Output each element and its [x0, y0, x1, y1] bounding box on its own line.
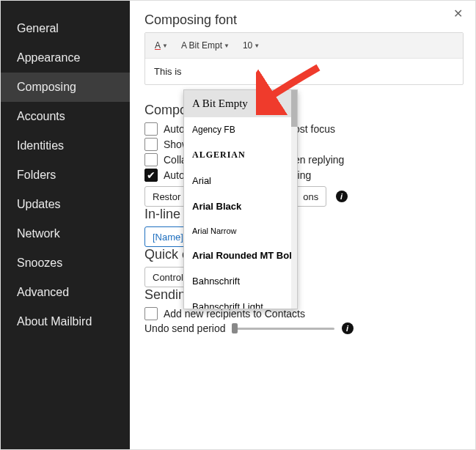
sidebar-item-folders[interactable]: Folders — [1, 161, 130, 190]
sidebar-item-appearance[interactable]: Appearance — [1, 43, 130, 73]
option-label: Auto — [164, 123, 185, 135]
sidebar-item-advanced[interactable]: Advanced — [1, 278, 130, 307]
font-family-dropdown[interactable]: A Bit Empt ▼ — [176, 36, 235, 55]
option-label-tail: lost focus — [292, 123, 335, 135]
font-size-selected: 10 — [243, 40, 252, 51]
font-toolbar: A ▼ A Bit Empt ▼ 10 ▼ — [145, 33, 463, 59]
sidebar-item-about[interactable]: About Mailbird — [1, 307, 130, 336]
option-label-tail: en replying — [294, 154, 345, 166]
caret-icon: ▼ — [254, 43, 260, 49]
font-preview-text: This is — [145, 59, 463, 84]
option-label: Add new recipients to Contacts — [164, 308, 305, 320]
info-icon[interactable]: i — [336, 191, 348, 202]
settings-sidebar: General Appearance Composing Accounts Id… — [1, 1, 130, 449]
font-option[interactable]: Arial — [184, 168, 297, 193]
options-button[interactable]: ons — [295, 186, 326, 207]
restore-button[interactable]: Restor — [144, 186, 188, 207]
sidebar-item-general[interactable]: General — [1, 14, 130, 43]
caret-icon: ▼ — [162, 43, 168, 49]
font-option[interactable]: Agency FB — [184, 117, 297, 142]
font-option[interactable]: Bahnschrift — [184, 268, 297, 294]
settings-content: Composing font A ▼ A Bit Empt ▼ 10 ▼ Thi… — [130, 1, 476, 449]
sidebar-item-accounts[interactable]: Accounts — [1, 102, 130, 131]
undo-send-slider[interactable] — [232, 322, 334, 334]
scrollbar[interactable] — [291, 90, 297, 309]
font-option[interactable]: A Bit Empty — [184, 90, 297, 117]
sidebar-item-composing[interactable]: Composing — [1, 73, 130, 102]
checkbox[interactable] — [144, 122, 158, 136]
sidebar-item-network[interactable]: Network — [1, 219, 130, 248]
info-icon[interactable]: i — [342, 322, 354, 334]
scrollbar-thumb[interactable] — [291, 90, 297, 127]
sidebar-item-updates[interactable]: Updates — [1, 190, 130, 219]
font-settings-box: A ▼ A Bit Empt ▼ 10 ▼ This is — [144, 32, 464, 85]
font-option[interactable]: ALGERIAN — [184, 142, 297, 168]
sidebar-item-snoozes[interactable]: Snoozes — [1, 248, 130, 278]
font-option[interactable]: Arial Narrow — [184, 219, 297, 243]
caret-icon: ▼ — [224, 43, 230, 49]
font-color-button[interactable]: A ▼ — [150, 36, 173, 55]
font-option[interactable]: Bahnschrift Light — [184, 294, 297, 309]
font-option[interactable]: Arial Black — [184, 193, 297, 219]
font-family-dropdown-list[interactable]: A Bit EmptyAgency FBALGERIANArialArial B… — [183, 89, 298, 309]
checkbox[interactable] — [144, 307, 158, 320]
undo-send-label: Undo send period — [144, 322, 226, 334]
section-title-composing-font: Composing font — [144, 12, 464, 28]
font-option[interactable]: Arial Rounded MT Bold — [184, 243, 297, 268]
undo-send-row: Undo send period i — [144, 322, 464, 334]
font-color-glyph: A — [155, 40, 161, 51]
option-label: Auto — [164, 169, 185, 181]
sidebar-item-identities[interactable]: Identities — [1, 131, 130, 161]
font-size-dropdown[interactable]: 10 ▼ — [238, 36, 265, 55]
checkbox[interactable] — [144, 138, 158, 151]
checkbox[interactable] — [144, 153, 158, 166]
font-family-selected: A Bit Empt — [181, 40, 222, 51]
checkbox[interactable]: ✔ — [144, 169, 158, 182]
